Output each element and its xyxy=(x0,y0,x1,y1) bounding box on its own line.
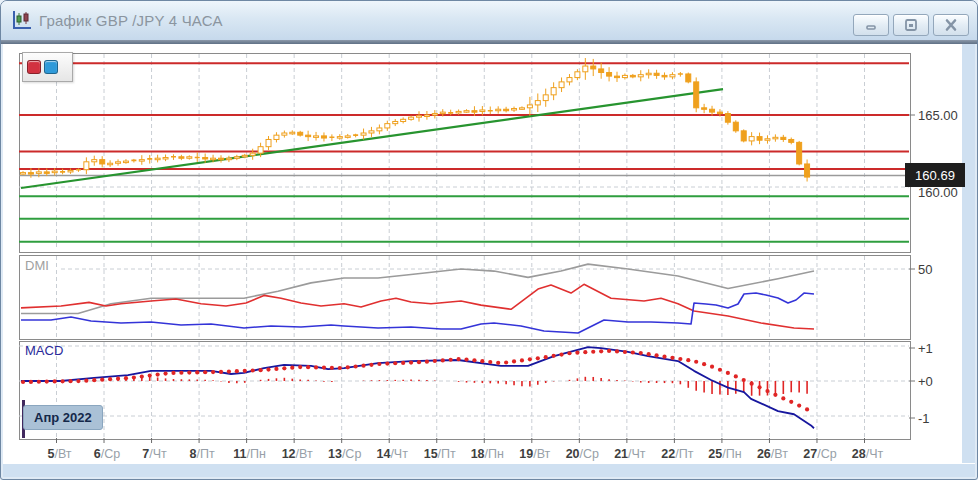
dmi-label: DMI xyxy=(25,258,49,273)
x-axis-label: 13/Ср xyxy=(328,447,361,461)
month-badge: Апр 2022 xyxy=(23,405,103,430)
frame-right-strip xyxy=(961,44,975,477)
chart-window: График GBP /JPY 4 ЧАСА xyxy=(0,0,978,480)
maximize-icon xyxy=(903,18,919,32)
x-axis-label: 25/Пн xyxy=(708,447,741,461)
x-axis-label: 12/Вт xyxy=(282,447,313,461)
x-axis-label: 21/Чт xyxy=(614,447,645,461)
x-axis-label: 6/Ср xyxy=(94,447,120,461)
x-axis-label: 11/Пн xyxy=(233,447,266,461)
x-axis-label: 28/Чт xyxy=(852,447,883,461)
x-axis-label: 8/Пт xyxy=(190,447,215,461)
candlestick-chart-icon xyxy=(11,9,33,31)
red-tool-button[interactable] xyxy=(27,60,41,74)
x-axis-label: 22/Пт xyxy=(661,447,693,461)
x-axis-label: 14/Чт xyxy=(376,447,407,461)
close-button[interactable] xyxy=(933,14,969,36)
close-icon xyxy=(943,18,959,32)
x-axis-label: 7/Чт xyxy=(142,447,166,461)
current-price-badge: 160.69 xyxy=(905,163,965,187)
minimize-icon xyxy=(863,18,879,32)
minimize-button[interactable] xyxy=(853,14,889,36)
macd-panel[interactable] xyxy=(19,341,911,440)
x-axis-label: 19/Вт xyxy=(519,447,550,461)
frame-bottom-strip xyxy=(3,463,975,477)
dmi-axis-label: 50 xyxy=(918,262,932,277)
macd-label: MACD xyxy=(25,343,63,358)
dmi-panel[interactable] xyxy=(19,255,911,340)
x-axis-label: 26/Вт xyxy=(757,447,788,461)
chart-client-area: DMI MACD 165.00160.0050+1+0-1 160.69 Апр… xyxy=(3,44,975,477)
price-panel[interactable] xyxy=(19,53,911,253)
window-title: График GBP /JPY 4 ЧАСА xyxy=(39,12,223,29)
x-axis-label: 18/Пн xyxy=(471,447,504,461)
title-bar[interactable]: График GBP /JPY 4 ЧАСА xyxy=(1,1,977,41)
x-axis-label: 20/Ср xyxy=(566,447,599,461)
blue-tool-button[interactable] xyxy=(44,60,58,74)
macd-axis-label: +1 xyxy=(918,341,933,356)
indicator-toolbox xyxy=(22,52,73,82)
maximize-button[interactable] xyxy=(893,14,929,36)
x-axis-label: 27/Ср xyxy=(803,447,836,461)
x-axis-label: 5/Вт xyxy=(47,447,71,461)
macd-axis-label: +0 xyxy=(918,374,933,389)
date-axis: 5/Вт6/Ср7/Чт8/Пт11/Пн12/Вт13/Ср14/Чт15/П… xyxy=(3,447,978,465)
x-axis-label: 15/Пт xyxy=(424,447,456,461)
macd-axis-label: -1 xyxy=(918,411,930,426)
price-axis-label: 165.00 xyxy=(918,108,958,123)
